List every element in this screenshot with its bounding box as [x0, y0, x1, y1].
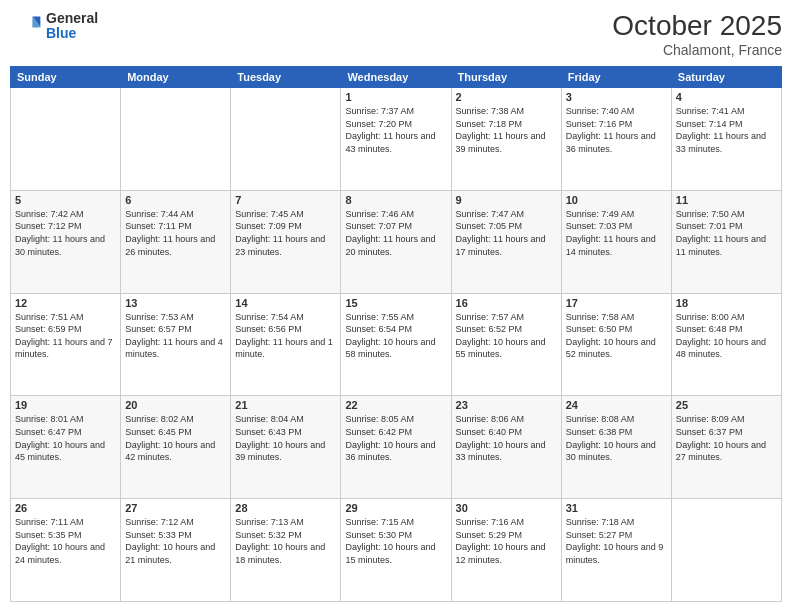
title-block: October 2025 Chalamont, France [612, 10, 782, 58]
day-info: Sunrise: 7:47 AM Sunset: 7:05 PM Dayligh… [456, 208, 557, 258]
calendar-cell: 7Sunrise: 7:45 AM Sunset: 7:09 PM Daylig… [231, 190, 341, 293]
day-number: 8 [345, 194, 446, 206]
calendar-cell: 1Sunrise: 7:37 AM Sunset: 7:20 PM Daylig… [341, 88, 451, 191]
day-number: 19 [15, 399, 116, 411]
calendar-cell: 25Sunrise: 8:09 AM Sunset: 6:37 PM Dayli… [671, 396, 781, 499]
day-number: 1 [345, 91, 446, 103]
col-wednesday: Wednesday [341, 67, 451, 88]
day-info: Sunrise: 8:00 AM Sunset: 6:48 PM Dayligh… [676, 311, 777, 361]
calendar-cell: 12Sunrise: 7:51 AM Sunset: 6:59 PM Dayli… [11, 293, 121, 396]
calendar-week-4: 26Sunrise: 7:11 AM Sunset: 5:35 PM Dayli… [11, 499, 782, 602]
day-info: Sunrise: 7:50 AM Sunset: 7:01 PM Dayligh… [676, 208, 777, 258]
day-number: 20 [125, 399, 226, 411]
day-info: Sunrise: 8:06 AM Sunset: 6:40 PM Dayligh… [456, 413, 557, 463]
calendar-cell: 20Sunrise: 8:02 AM Sunset: 6:45 PM Dayli… [121, 396, 231, 499]
day-number: 17 [566, 297, 667, 309]
calendar-cell: 21Sunrise: 8:04 AM Sunset: 6:43 PM Dayli… [231, 396, 341, 499]
calendar-cell: 15Sunrise: 7:55 AM Sunset: 6:54 PM Dayli… [341, 293, 451, 396]
calendar-week-3: 19Sunrise: 8:01 AM Sunset: 6:47 PM Dayli… [11, 396, 782, 499]
col-saturday: Saturday [671, 67, 781, 88]
calendar-week-2: 12Sunrise: 7:51 AM Sunset: 6:59 PM Dayli… [11, 293, 782, 396]
day-number: 27 [125, 502, 226, 514]
calendar-cell: 23Sunrise: 8:06 AM Sunset: 6:40 PM Dayli… [451, 396, 561, 499]
calendar-cell: 11Sunrise: 7:50 AM Sunset: 7:01 PM Dayli… [671, 190, 781, 293]
day-info: Sunrise: 7:16 AM Sunset: 5:29 PM Dayligh… [456, 516, 557, 566]
calendar-week-1: 5Sunrise: 7:42 AM Sunset: 7:12 PM Daylig… [11, 190, 782, 293]
day-number: 28 [235, 502, 336, 514]
day-info: Sunrise: 7:13 AM Sunset: 5:32 PM Dayligh… [235, 516, 336, 566]
day-number: 12 [15, 297, 116, 309]
calendar-cell: 26Sunrise: 7:11 AM Sunset: 5:35 PM Dayli… [11, 499, 121, 602]
calendar-cell: 14Sunrise: 7:54 AM Sunset: 6:56 PM Dayli… [231, 293, 341, 396]
logo-text: General Blue [46, 11, 98, 42]
day-info: Sunrise: 8:09 AM Sunset: 6:37 PM Dayligh… [676, 413, 777, 463]
calendar-header-row: Sunday Monday Tuesday Wednesday Thursday… [11, 67, 782, 88]
day-info: Sunrise: 7:57 AM Sunset: 6:52 PM Dayligh… [456, 311, 557, 361]
logo-icon [10, 10, 42, 42]
day-info: Sunrise: 7:18 AM Sunset: 5:27 PM Dayligh… [566, 516, 667, 566]
day-number: 13 [125, 297, 226, 309]
day-info: Sunrise: 7:49 AM Sunset: 7:03 PM Dayligh… [566, 208, 667, 258]
col-thursday: Thursday [451, 67, 561, 88]
calendar-cell: 17Sunrise: 7:58 AM Sunset: 6:50 PM Dayli… [561, 293, 671, 396]
calendar-cell [121, 88, 231, 191]
day-info: Sunrise: 7:53 AM Sunset: 6:57 PM Dayligh… [125, 311, 226, 361]
day-number: 5 [15, 194, 116, 206]
logo-general: General [46, 11, 98, 26]
day-info: Sunrise: 7:58 AM Sunset: 6:50 PM Dayligh… [566, 311, 667, 361]
col-friday: Friday [561, 67, 671, 88]
day-info: Sunrise: 7:41 AM Sunset: 7:14 PM Dayligh… [676, 105, 777, 155]
calendar-cell: 5Sunrise: 7:42 AM Sunset: 7:12 PM Daylig… [11, 190, 121, 293]
day-number: 4 [676, 91, 777, 103]
day-number: 16 [456, 297, 557, 309]
page: General Blue October 2025 Chalamont, Fra… [0, 0, 792, 612]
day-info: Sunrise: 7:40 AM Sunset: 7:16 PM Dayligh… [566, 105, 667, 155]
day-info: Sunrise: 7:42 AM Sunset: 7:12 PM Dayligh… [15, 208, 116, 258]
calendar-cell [671, 499, 781, 602]
day-number: 23 [456, 399, 557, 411]
col-sunday: Sunday [11, 67, 121, 88]
calendar: Sunday Monday Tuesday Wednesday Thursday… [10, 66, 782, 602]
calendar-cell: 2Sunrise: 7:38 AM Sunset: 7:18 PM Daylig… [451, 88, 561, 191]
day-info: Sunrise: 7:38 AM Sunset: 7:18 PM Dayligh… [456, 105, 557, 155]
day-info: Sunrise: 7:55 AM Sunset: 6:54 PM Dayligh… [345, 311, 446, 361]
calendar-cell: 29Sunrise: 7:15 AM Sunset: 5:30 PM Dayli… [341, 499, 451, 602]
day-info: Sunrise: 7:15 AM Sunset: 5:30 PM Dayligh… [345, 516, 446, 566]
calendar-cell: 24Sunrise: 8:08 AM Sunset: 6:38 PM Dayli… [561, 396, 671, 499]
day-number: 3 [566, 91, 667, 103]
day-number: 30 [456, 502, 557, 514]
day-number: 2 [456, 91, 557, 103]
day-info: Sunrise: 8:08 AM Sunset: 6:38 PM Dayligh… [566, 413, 667, 463]
calendar-cell: 3Sunrise: 7:40 AM Sunset: 7:16 PM Daylig… [561, 88, 671, 191]
day-number: 21 [235, 399, 336, 411]
day-number: 26 [15, 502, 116, 514]
calendar-cell: 13Sunrise: 7:53 AM Sunset: 6:57 PM Dayli… [121, 293, 231, 396]
calendar-cell: 8Sunrise: 7:46 AM Sunset: 7:07 PM Daylig… [341, 190, 451, 293]
logo-blue: Blue [46, 26, 98, 41]
day-number: 6 [125, 194, 226, 206]
calendar-cell: 10Sunrise: 7:49 AM Sunset: 7:03 PM Dayli… [561, 190, 671, 293]
day-number: 31 [566, 502, 667, 514]
location: Chalamont, France [612, 42, 782, 58]
calendar-cell: 22Sunrise: 8:05 AM Sunset: 6:42 PM Dayli… [341, 396, 451, 499]
calendar-cell: 18Sunrise: 8:00 AM Sunset: 6:48 PM Dayli… [671, 293, 781, 396]
day-info: Sunrise: 7:45 AM Sunset: 7:09 PM Dayligh… [235, 208, 336, 258]
day-number: 10 [566, 194, 667, 206]
col-monday: Monday [121, 67, 231, 88]
day-info: Sunrise: 7:12 AM Sunset: 5:33 PM Dayligh… [125, 516, 226, 566]
day-number: 22 [345, 399, 446, 411]
month-title: October 2025 [612, 10, 782, 42]
calendar-cell: 28Sunrise: 7:13 AM Sunset: 5:32 PM Dayli… [231, 499, 341, 602]
day-number: 14 [235, 297, 336, 309]
day-info: Sunrise: 8:02 AM Sunset: 6:45 PM Dayligh… [125, 413, 226, 463]
day-info: Sunrise: 7:51 AM Sunset: 6:59 PM Dayligh… [15, 311, 116, 361]
day-number: 15 [345, 297, 446, 309]
col-tuesday: Tuesday [231, 67, 341, 88]
day-info: Sunrise: 7:54 AM Sunset: 6:56 PM Dayligh… [235, 311, 336, 361]
calendar-cell: 4Sunrise: 7:41 AM Sunset: 7:14 PM Daylig… [671, 88, 781, 191]
calendar-cell: 27Sunrise: 7:12 AM Sunset: 5:33 PM Dayli… [121, 499, 231, 602]
day-info: Sunrise: 8:04 AM Sunset: 6:43 PM Dayligh… [235, 413, 336, 463]
calendar-cell: 9Sunrise: 7:47 AM Sunset: 7:05 PM Daylig… [451, 190, 561, 293]
day-info: Sunrise: 7:11 AM Sunset: 5:35 PM Dayligh… [15, 516, 116, 566]
day-number: 18 [676, 297, 777, 309]
